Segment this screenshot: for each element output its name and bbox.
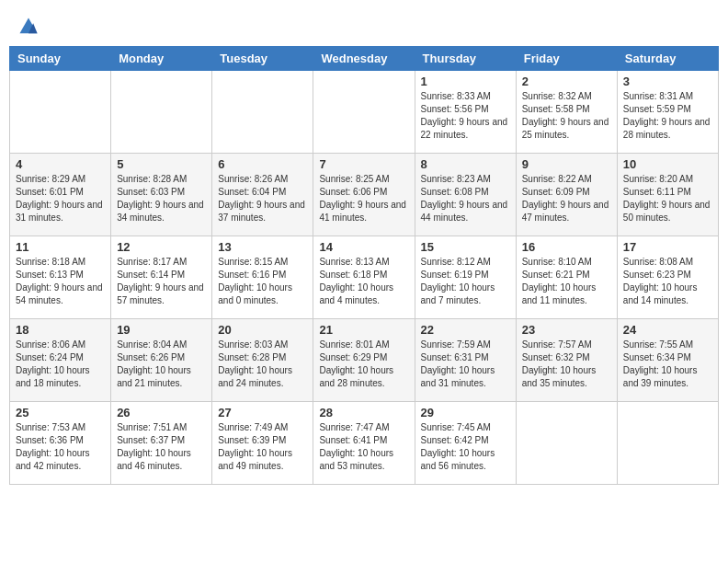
calendar-week-row: 11Sunrise: 8:18 AM Sunset: 6:13 PM Dayli… xyxy=(10,236,719,319)
calendar-week-row: 18Sunrise: 8:06 AM Sunset: 6:24 PM Dayli… xyxy=(10,319,719,402)
day-number: 15 xyxy=(421,240,510,254)
calendar-cell: 3Sunrise: 8:31 AM Sunset: 5:59 PM Daylig… xyxy=(617,71,718,154)
calendar-cell: 8Sunrise: 8:23 AM Sunset: 6:08 PM Daylig… xyxy=(415,154,516,236)
day-info: Sunrise: 7:59 AM Sunset: 6:31 PM Dayligh… xyxy=(421,339,510,390)
calendar-cell: 1Sunrise: 8:33 AM Sunset: 5:56 PM Daylig… xyxy=(415,71,516,154)
day-info: Sunrise: 7:57 AM Sunset: 6:32 PM Dayligh… xyxy=(522,339,611,390)
calendar-week-row: 4Sunrise: 8:29 AM Sunset: 6:01 PM Daylig… xyxy=(10,154,719,236)
calendar-cell xyxy=(111,71,212,154)
calendar: SundayMondayTuesdayWednesdayThursdayFrid… xyxy=(9,46,719,485)
day-info: Sunrise: 8:28 AM Sunset: 6:03 PM Dayligh… xyxy=(117,173,206,224)
day-info: Sunrise: 8:25 AM Sunset: 6:06 PM Dayligh… xyxy=(319,173,408,224)
day-info: Sunrise: 8:32 AM Sunset: 5:58 PM Dayligh… xyxy=(522,90,611,142)
day-of-week-header: Tuesday xyxy=(212,47,313,71)
calendar-cell: 25Sunrise: 7:53 AM Sunset: 6:36 PM Dayli… xyxy=(10,402,111,485)
day-info: Sunrise: 7:53 AM Sunset: 6:36 PM Dayligh… xyxy=(16,421,105,473)
day-of-week-header: Sunday xyxy=(10,47,111,71)
day-number: 8 xyxy=(421,157,510,171)
calendar-cell: 2Sunrise: 8:32 AM Sunset: 5:58 PM Daylig… xyxy=(516,71,617,154)
day-of-week-header: Thursday xyxy=(415,47,516,71)
day-number: 21 xyxy=(319,323,408,337)
day-number: 19 xyxy=(117,323,206,337)
day-info: Sunrise: 8:22 AM Sunset: 6:09 PM Dayligh… xyxy=(522,173,611,224)
calendar-cell: 14Sunrise: 8:13 AM Sunset: 6:18 PM Dayli… xyxy=(313,236,415,319)
day-number: 26 xyxy=(117,406,206,419)
calendar-cell: 27Sunrise: 7:49 AM Sunset: 6:39 PM Dayli… xyxy=(212,402,313,485)
day-info: Sunrise: 8:17 AM Sunset: 6:14 PM Dayligh… xyxy=(117,256,206,307)
calendar-week-row: 1Sunrise: 8:33 AM Sunset: 5:56 PM Daylig… xyxy=(10,71,719,154)
calendar-cell xyxy=(212,71,313,154)
calendar-cell: 9Sunrise: 8:22 AM Sunset: 6:09 PM Daylig… xyxy=(516,154,617,236)
day-number: 10 xyxy=(623,157,712,171)
calendar-cell xyxy=(313,71,415,154)
day-info: Sunrise: 8:20 AM Sunset: 6:11 PM Dayligh… xyxy=(623,173,712,224)
day-number: 18 xyxy=(16,323,105,337)
day-number: 28 xyxy=(319,406,408,419)
day-number: 16 xyxy=(522,240,611,254)
day-number: 23 xyxy=(522,323,611,337)
day-number: 17 xyxy=(623,240,712,254)
day-info: Sunrise: 7:47 AM Sunset: 6:41 PM Dayligh… xyxy=(319,421,408,473)
calendar-cell: 7Sunrise: 8:25 AM Sunset: 6:06 PM Daylig… xyxy=(313,154,415,236)
day-info: Sunrise: 8:23 AM Sunset: 6:08 PM Dayligh… xyxy=(421,173,510,224)
day-info: Sunrise: 8:29 AM Sunset: 6:01 PM Dayligh… xyxy=(16,173,105,224)
day-info: Sunrise: 8:06 AM Sunset: 6:24 PM Dayligh… xyxy=(16,339,105,390)
day-number: 4 xyxy=(16,157,105,171)
calendar-cell: 4Sunrise: 8:29 AM Sunset: 6:01 PM Daylig… xyxy=(10,154,111,236)
calendar-cell: 22Sunrise: 7:59 AM Sunset: 6:31 PM Dayli… xyxy=(415,319,516,402)
header xyxy=(9,9,719,42)
day-info: Sunrise: 8:33 AM Sunset: 5:56 PM Dayligh… xyxy=(421,90,510,142)
day-info: Sunrise: 8:12 AM Sunset: 6:19 PM Dayligh… xyxy=(421,256,510,307)
day-info: Sunrise: 7:49 AM Sunset: 6:39 PM Dayligh… xyxy=(218,421,307,473)
calendar-cell: 13Sunrise: 8:15 AM Sunset: 6:16 PM Dayli… xyxy=(212,236,313,319)
day-info: Sunrise: 8:03 AM Sunset: 6:28 PM Dayligh… xyxy=(218,339,307,390)
calendar-cell: 19Sunrise: 8:04 AM Sunset: 6:26 PM Dayli… xyxy=(111,319,212,402)
day-number: 25 xyxy=(16,406,105,419)
day-number: 1 xyxy=(421,75,510,88)
day-info: Sunrise: 8:15 AM Sunset: 6:16 PM Dayligh… xyxy=(218,256,307,307)
day-info: Sunrise: 7:45 AM Sunset: 6:42 PM Dayligh… xyxy=(421,421,510,473)
calendar-cell: 28Sunrise: 7:47 AM Sunset: 6:41 PM Dayli… xyxy=(313,402,415,485)
day-of-week-header: Wednesday xyxy=(313,47,415,71)
day-info: Sunrise: 8:04 AM Sunset: 6:26 PM Dayligh… xyxy=(117,339,206,390)
calendar-cell: 16Sunrise: 8:10 AM Sunset: 6:21 PM Dayli… xyxy=(516,236,617,319)
calendar-cell: 10Sunrise: 8:20 AM Sunset: 6:11 PM Dayli… xyxy=(617,154,718,236)
day-number: 24 xyxy=(623,323,712,337)
day-number: 7 xyxy=(319,157,408,171)
logo xyxy=(18,17,42,37)
day-info: Sunrise: 8:18 AM Sunset: 6:13 PM Dayligh… xyxy=(16,256,105,307)
day-number: 11 xyxy=(16,240,105,254)
day-number: 29 xyxy=(421,406,510,419)
day-of-week-header: Monday xyxy=(111,47,212,71)
calendar-cell: 20Sunrise: 8:03 AM Sunset: 6:28 PM Dayli… xyxy=(212,319,313,402)
day-info: Sunrise: 8:31 AM Sunset: 5:59 PM Dayligh… xyxy=(623,90,712,142)
day-number: 6 xyxy=(218,157,307,171)
day-info: Sunrise: 8:10 AM Sunset: 6:21 PM Dayligh… xyxy=(522,256,611,307)
day-number: 22 xyxy=(421,323,510,337)
calendar-cell xyxy=(617,402,718,485)
day-info: Sunrise: 8:08 AM Sunset: 6:23 PM Dayligh… xyxy=(623,256,712,307)
day-number: 9 xyxy=(522,157,611,171)
day-number: 14 xyxy=(319,240,408,254)
calendar-cell: 6Sunrise: 8:26 AM Sunset: 6:04 PM Daylig… xyxy=(212,154,313,236)
day-info: Sunrise: 8:26 AM Sunset: 6:04 PM Dayligh… xyxy=(218,173,307,224)
calendar-cell xyxy=(516,402,617,485)
logo-icon xyxy=(18,17,39,37)
calendar-cell: 5Sunrise: 8:28 AM Sunset: 6:03 PM Daylig… xyxy=(111,154,212,236)
calendar-cell: 29Sunrise: 7:45 AM Sunset: 6:42 PM Dayli… xyxy=(415,402,516,485)
day-number: 3 xyxy=(623,75,712,88)
calendar-cell: 24Sunrise: 7:55 AM Sunset: 6:34 PM Dayli… xyxy=(617,319,718,402)
day-info: Sunrise: 8:13 AM Sunset: 6:18 PM Dayligh… xyxy=(319,256,408,307)
day-info: Sunrise: 7:51 AM Sunset: 6:37 PM Dayligh… xyxy=(117,421,206,473)
day-number: 5 xyxy=(117,157,206,171)
day-info: Sunrise: 7:55 AM Sunset: 6:34 PM Dayligh… xyxy=(623,339,712,390)
day-number: 27 xyxy=(218,406,307,419)
day-info: Sunrise: 8:01 AM Sunset: 6:29 PM Dayligh… xyxy=(319,339,408,390)
calendar-cell: 15Sunrise: 8:12 AM Sunset: 6:19 PM Dayli… xyxy=(415,236,516,319)
day-number: 20 xyxy=(218,323,307,337)
day-of-week-header: Saturday xyxy=(617,47,718,71)
calendar-cell: 11Sunrise: 8:18 AM Sunset: 6:13 PM Dayli… xyxy=(10,236,111,319)
calendar-header-row: SundayMondayTuesdayWednesdayThursdayFrid… xyxy=(10,47,719,71)
calendar-cell: 18Sunrise: 8:06 AM Sunset: 6:24 PM Dayli… xyxy=(10,319,111,402)
calendar-cell: 12Sunrise: 8:17 AM Sunset: 6:14 PM Dayli… xyxy=(111,236,212,319)
